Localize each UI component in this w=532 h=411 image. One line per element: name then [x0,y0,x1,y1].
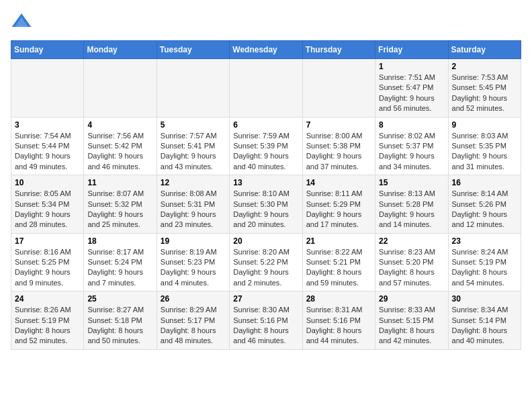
day-number: 1 [379,62,444,71]
calendar-day: 10Sunrise: 8:05 AM Sunset: 5:34 PM Dayli… [11,175,84,234]
calendar-day: 1Sunrise: 7:51 AM Sunset: 5:47 PM Daylig… [375,59,448,118]
calendar-week-3: 17Sunrise: 8:16 AM Sunset: 5:25 PM Dayli… [11,233,521,291]
page-header [11,11,521,32]
day-number: 21 [306,236,371,246]
day-header-sunday: Sunday [11,41,84,59]
day-number: 25 [87,294,152,304]
calendar-day: 7Sunrise: 8:00 AM Sunset: 5:38 PM Daylig… [302,117,375,175]
day-number: 8 [379,120,444,130]
calendar-day: 23Sunrise: 8:24 AM Sunset: 5:19 PM Dayli… [448,233,521,291]
day-number: 30 [452,294,517,304]
day-header-saturday: Saturday [448,41,521,59]
calendar-day: 11Sunrise: 8:07 AM Sunset: 5:32 PM Dayli… [84,175,157,234]
day-info: Sunrise: 8:33 AM Sunset: 5:15 PM Dayligh… [379,305,444,347]
calendar-day: 2Sunrise: 7:53 AM Sunset: 5:45 PM Daylig… [448,59,521,118]
day-info: Sunrise: 8:20 AM Sunset: 5:22 PM Dayligh… [233,247,298,289]
day-info: Sunrise: 8:34 AM Sunset: 5:14 PM Dayligh… [452,305,517,347]
day-info: Sunrise: 8:29 AM Sunset: 5:17 PM Dayligh… [161,305,226,347]
day-info: Sunrise: 7:59 AM Sunset: 5:39 PM Dayligh… [233,131,298,173]
calendar-day: 13Sunrise: 8:10 AM Sunset: 5:30 PM Dayli… [230,175,302,234]
calendar-day: 12Sunrise: 8:08 AM Sunset: 5:31 PM Dayli… [157,175,229,234]
day-info: Sunrise: 8:08 AM Sunset: 5:31 PM Dayligh… [161,189,226,230]
calendar-day: 29Sunrise: 8:33 AM Sunset: 5:15 PM Dayli… [375,291,448,350]
day-number: 22 [379,236,444,246]
day-info: Sunrise: 8:31 AM Sunset: 5:16 PM Dayligh… [306,305,371,347]
day-header-thursday: Thursday [302,41,375,59]
day-info: Sunrise: 8:24 AM Sunset: 5:19 PM Dayligh… [452,247,517,289]
calendar-day: 16Sunrise: 8:14 AM Sunset: 5:26 PM Dayli… [448,175,521,234]
calendar-day: 20Sunrise: 8:20 AM Sunset: 5:22 PM Dayli… [230,233,302,291]
day-info: Sunrise: 8:02 AM Sunset: 5:37 PM Dayligh… [379,131,444,173]
day-header-monday: Monday [84,41,157,59]
day-number: 3 [15,120,80,130]
calendar-day: 27Sunrise: 8:30 AM Sunset: 5:16 PM Dayli… [230,291,302,350]
day-info: Sunrise: 8:05 AM Sunset: 5:34 PM Dayligh… [15,189,80,230]
calendar-day: 6Sunrise: 7:59 AM Sunset: 5:39 PM Daylig… [230,117,302,175]
calendar-day: 25Sunrise: 8:27 AM Sunset: 5:18 PM Dayli… [84,291,157,350]
calendar-day [84,59,157,118]
day-number: 13 [233,178,298,187]
calendar-day [11,59,84,118]
day-number: 24 [15,294,80,304]
header-row: SundayMondayTuesdayWednesdayThursdayFrid… [11,41,521,59]
day-info: Sunrise: 8:30 AM Sunset: 5:16 PM Dayligh… [233,305,298,347]
calendar-day: 4Sunrise: 7:56 AM Sunset: 5:42 PM Daylig… [84,117,157,175]
day-header-tuesday: Tuesday [157,41,229,59]
day-number: 7 [306,120,371,130]
day-info: Sunrise: 8:23 AM Sunset: 5:20 PM Dayligh… [379,247,444,289]
day-info: Sunrise: 8:07 AM Sunset: 5:32 PM Dayligh… [87,189,152,230]
day-number: 4 [87,120,152,130]
day-info: Sunrise: 7:51 AM Sunset: 5:47 PM Dayligh… [379,73,444,114]
day-number: 18 [87,236,152,246]
day-info: Sunrise: 8:13 AM Sunset: 5:28 PM Dayligh… [379,189,444,230]
calendar-day: 22Sunrise: 8:23 AM Sunset: 5:20 PM Dayli… [375,233,448,291]
calendar-day: 24Sunrise: 8:26 AM Sunset: 5:19 PM Dayli… [11,291,84,350]
day-number: 10 [15,178,80,187]
day-info: Sunrise: 7:57 AM Sunset: 5:41 PM Dayligh… [161,131,226,173]
day-info: Sunrise: 8:26 AM Sunset: 5:19 PM Dayligh… [15,305,80,347]
day-info: Sunrise: 8:03 AM Sunset: 5:35 PM Dayligh… [452,131,517,173]
calendar-day: 18Sunrise: 8:17 AM Sunset: 5:24 PM Dayli… [84,233,157,291]
calendar-day: 14Sunrise: 8:11 AM Sunset: 5:29 PM Dayli… [302,175,375,234]
calendar-day: 21Sunrise: 8:22 AM Sunset: 5:21 PM Dayli… [302,233,375,291]
calendar-day [302,59,375,118]
calendar-day: 19Sunrise: 8:19 AM Sunset: 5:23 PM Dayli… [157,233,229,291]
calendar-day: 26Sunrise: 8:29 AM Sunset: 5:17 PM Dayli… [157,291,229,350]
calendar-header: SundayMondayTuesdayWednesdayThursdayFrid… [11,41,521,59]
calendar-day: 9Sunrise: 8:03 AM Sunset: 5:35 PM Daylig… [448,117,521,175]
calendar-day: 30Sunrise: 8:34 AM Sunset: 5:14 PM Dayli… [448,291,521,350]
day-info: Sunrise: 8:19 AM Sunset: 5:23 PM Dayligh… [161,247,226,289]
day-info: Sunrise: 8:17 AM Sunset: 5:24 PM Dayligh… [87,247,152,289]
day-number: 11 [87,178,152,187]
calendar-table: SundayMondayTuesdayWednesdayThursdayFrid… [11,40,521,350]
day-info: Sunrise: 8:00 AM Sunset: 5:38 PM Dayligh… [306,131,371,173]
day-number: 14 [306,178,371,187]
calendar-week-1: 3Sunrise: 7:54 AM Sunset: 5:44 PM Daylig… [11,117,521,175]
calendar-body: 1Sunrise: 7:51 AM Sunset: 5:47 PM Daylig… [11,59,521,350]
day-number: 23 [452,236,517,246]
logo [11,11,35,32]
day-info: Sunrise: 8:11 AM Sunset: 5:29 PM Dayligh… [306,189,371,230]
day-info: Sunrise: 8:10 AM Sunset: 5:30 PM Dayligh… [233,189,298,230]
day-number: 20 [233,236,298,246]
day-number: 9 [452,120,517,130]
calendar-day: 5Sunrise: 7:57 AM Sunset: 5:41 PM Daylig… [157,117,229,175]
calendar-day: 28Sunrise: 8:31 AM Sunset: 5:16 PM Dayli… [302,291,375,350]
day-number: 29 [379,294,444,304]
day-number: 16 [452,178,517,187]
day-info: Sunrise: 7:54 AM Sunset: 5:44 PM Dayligh… [15,131,80,173]
logo-icon [11,11,32,32]
day-number: 2 [452,62,517,71]
day-info: Sunrise: 8:14 AM Sunset: 5:26 PM Dayligh… [452,189,517,230]
day-number: 12 [161,178,226,187]
calendar-day [230,59,302,118]
calendar-day [157,59,229,118]
day-info: Sunrise: 8:27 AM Sunset: 5:18 PM Dayligh… [87,305,152,347]
day-info: Sunrise: 7:56 AM Sunset: 5:42 PM Dayligh… [87,131,152,173]
calendar-day: 17Sunrise: 8:16 AM Sunset: 5:25 PM Dayli… [11,233,84,291]
day-number: 27 [233,294,298,304]
calendar-week-0: 1Sunrise: 7:51 AM Sunset: 5:47 PM Daylig… [11,59,521,118]
day-number: 5 [161,120,226,130]
calendar-day: 3Sunrise: 7:54 AM Sunset: 5:44 PM Daylig… [11,117,84,175]
day-header-wednesday: Wednesday [230,41,302,59]
